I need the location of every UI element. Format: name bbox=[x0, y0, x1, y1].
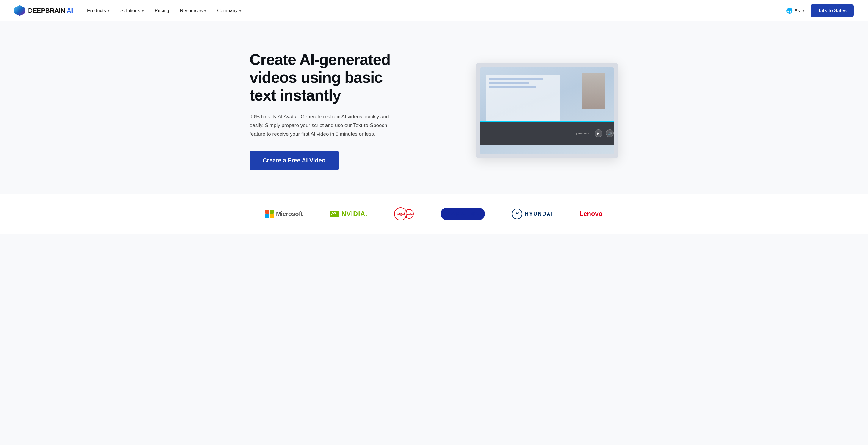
play-button[interactable]: ▶ bbox=[595, 129, 602, 137]
nav-item-resources[interactable]: Resources bbox=[180, 6, 207, 16]
partner-lenovo: Lenovo bbox=[580, 210, 603, 218]
navbar-right: 🌐 EN Talk to Sales bbox=[786, 4, 854, 17]
hero-content: Create AI-generated videos using basic t… bbox=[250, 51, 404, 170]
video-player-container: previews ▶ 🔊 bbox=[476, 63, 618, 158]
hero-video-preview: previews ▶ 🔊 bbox=[476, 63, 618, 158]
talk-to-sales-button[interactable]: Talk to Sales bbox=[811, 4, 854, 17]
logo-icon bbox=[14, 5, 25, 16]
hero-title: Create AI-generated videos using basic t… bbox=[250, 51, 404, 104]
hyundai-h: H bbox=[515, 211, 519, 217]
hero-description: 99% Reality AI Avatar. Generate realisti… bbox=[250, 113, 392, 138]
chevron-down-icon bbox=[239, 10, 242, 11]
chevron-down-icon bbox=[142, 10, 144, 11]
partners-list: Microsoft NVIDIA. Virgin media bbox=[255, 207, 613, 220]
globe-icon: 🌐 bbox=[786, 7, 793, 14]
microsoft-label: Microsoft bbox=[276, 211, 303, 217]
nvidia-label: NVIDIA. bbox=[341, 210, 368, 218]
nvidia-icon bbox=[330, 211, 339, 217]
language-selector[interactable]: 🌐 EN bbox=[786, 7, 805, 14]
nav-item-company[interactable]: Company bbox=[217, 6, 241, 16]
samsung-badge: SAMSUNG bbox=[440, 208, 485, 220]
video-screen: previews ▶ 🔊 bbox=[480, 67, 614, 154]
avatar-placeholder bbox=[582, 73, 605, 109]
virgin-circle-icon: Virgin bbox=[394, 207, 407, 220]
nav-menu: Products Solutions Pricing Resources Com… bbox=[87, 6, 242, 16]
logo[interactable]: DEEPBRAIN AI bbox=[14, 5, 73, 16]
navbar-left: DEEPBRAIN AI Products Solutions Pricing … bbox=[14, 5, 242, 16]
preview-label: previews bbox=[577, 131, 589, 135]
slide-line-2 bbox=[489, 82, 529, 84]
slide-line-3 bbox=[489, 86, 536, 88]
chevron-down-icon bbox=[204, 10, 207, 11]
nav-item-pricing[interactable]: Pricing bbox=[155, 6, 169, 16]
samsung-label: SAMSUNG bbox=[446, 211, 479, 217]
partner-hyundai: H HYUNDᴀI bbox=[512, 209, 553, 219]
hyundai-emblem: H bbox=[512, 209, 522, 219]
lang-label: EN bbox=[795, 8, 801, 13]
nav-item-solutions[interactable]: Solutions bbox=[121, 6, 144, 16]
partner-microsoft: Microsoft bbox=[265, 210, 303, 218]
cta-button[interactable]: Create a Free AI Video bbox=[250, 151, 339, 170]
slide-line-1 bbox=[489, 77, 543, 80]
microsoft-icon bbox=[265, 210, 274, 218]
virgin-text: Virgin bbox=[396, 212, 405, 216]
partner-virgin: Virgin media bbox=[394, 207, 414, 220]
audio-button[interactable]: 🔊 bbox=[606, 129, 614, 137]
hyundai-group: H HYUNDᴀI bbox=[512, 209, 553, 219]
hyundai-label: HYUNDᴀI bbox=[525, 211, 553, 217]
logo-text: DEEPBRAIN AI bbox=[28, 7, 73, 14]
virgin-icon-group: Virgin media bbox=[394, 207, 414, 220]
chevron-down-icon bbox=[107, 10, 110, 11]
hero-section: Create AI-generated videos using basic t… bbox=[226, 22, 642, 194]
partners-section: Microsoft NVIDIA. Virgin media bbox=[0, 194, 868, 233]
nav-item-products[interactable]: Products bbox=[87, 6, 110, 16]
chevron-down-icon bbox=[802, 10, 805, 11]
video-controls-overlay: previews ▶ 🔊 bbox=[480, 121, 614, 145]
lenovo-label: Lenovo bbox=[580, 210, 603, 218]
navbar: DEEPBRAIN AI Products Solutions Pricing … bbox=[0, 0, 868, 22]
partner-nvidia: NVIDIA. bbox=[330, 210, 368, 218]
partner-samsung: SAMSUNG bbox=[440, 208, 485, 220]
